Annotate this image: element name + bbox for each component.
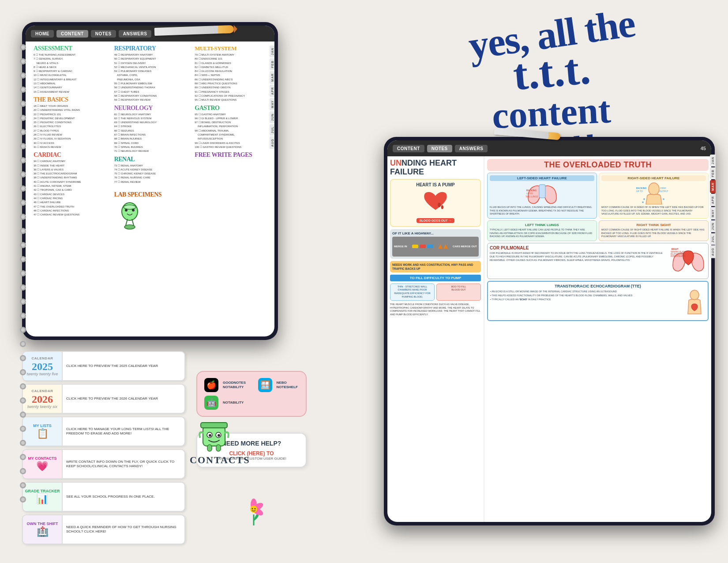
svg-point-22	[438, 202, 441, 207]
svg-text:HYPERTROPHY: HYPERTROPHY	[671, 255, 686, 257]
month-mar-left[interactable]: MAR	[270, 71, 274, 84]
spiral-5	[20, 101, 26, 107]
month-feb-left[interactable]: FEB	[270, 58, 274, 70]
month-mar-right[interactable]: MAR	[710, 180, 716, 193]
android-app-logo: 🤖	[204, 396, 218, 410]
month-jul-right[interactable]: JUL	[710, 233, 716, 245]
app-goodnotes-row: 🍎 GOODNOTES NOTABILITY 🪟 NEBO NOTESHELF	[204, 378, 299, 392]
section-title-renal: RENAL	[114, 156, 191, 163]
chf-right-column: THE OVERLOADED TRUTH LEFT-SIDED HEART FA…	[484, 156, 711, 522]
month-feb-right[interactable]: FEB	[710, 167, 716, 179]
cor-text: COR PULMONALE IS RIGHT-SIDED HF SECONDAR…	[490, 252, 668, 262]
year-2025-sub: twenty twenty five	[26, 372, 58, 376]
windows-app-logo: 🪟	[258, 378, 272, 392]
month-jan-left[interactable]: JAN	[270, 45, 274, 57]
nav-home[interactable]: HOME	[31, 30, 54, 38]
spiral-29	[20, 440, 26, 446]
nav-content[interactable]: CONTENT	[56, 30, 88, 38]
month-apr-right[interactable]: APR	[710, 194, 716, 206]
app-android-row: 🤖 NOTABILITY	[204, 396, 299, 410]
notability-label: NOTABILITY	[223, 401, 244, 405]
calendar-2025-card[interactable]: CALENDAR 2025 twenty twenty five CLICK H…	[22, 351, 185, 381]
right-hf-body-visual: BACKING UP TO HIGH OUTPUT	[601, 182, 706, 204]
month-may-left[interactable]: MAY	[270, 98, 274, 110]
spiral-19	[20, 299, 26, 305]
svg-point-23	[441, 205, 443, 209]
cone-2	[443, 244, 448, 249]
highway-intro: OF IT LIKE A HIGHWAY...	[392, 231, 479, 235]
month-tabs-right: JAN FEB MAR APR MAY JUN JUL AUG	[710, 155, 716, 258]
month-aug-right[interactable]: AUG	[710, 246, 716, 258]
grade-tracker-icon: GRADE TRACKER 📊	[23, 483, 63, 511]
nav-notes[interactable]: NOTES	[91, 30, 116, 38]
month-jul-left[interactable]: JUL	[270, 124, 274, 136]
svg-point-1	[124, 205, 136, 209]
cor-title: COR PULMONALE	[490, 246, 668, 250]
echo-point-1: • AN ECHO IS A STILL OR MOVING IMAGE OF …	[490, 290, 681, 294]
spiral-7	[20, 129, 26, 135]
car-1	[412, 245, 418, 248]
svg-text:BACKING: BACKING	[526, 189, 537, 192]
apps-compatibility-box: 🍎 GOODNOTES NOTABILITY 🪟 NEBO NOTESHELF …	[196, 371, 307, 417]
handwritten-line2: t.t.t.	[511, 46, 592, 97]
year-2025-label: 2025	[26, 361, 58, 372]
month-may-right[interactable]: MAY	[710, 207, 716, 219]
nav-right-content[interactable]: CONTENT	[393, 145, 424, 152]
heart-pump-box: HEART IS A PUMP BLOOD GOES OUT →	[390, 179, 481, 227]
month-jun-left[interactable]: JUN	[270, 111, 274, 123]
chambers-right: BOO TO FILLBLOOD OUT	[436, 283, 481, 301]
svg-point-19	[218, 434, 220, 437]
renal-items: 73 ☐ RENAL ANATOMY 74 ☐ ACUTE KIDNEY DIS…	[114, 164, 191, 184]
neurology-items: 61 ☐ NEUROLOGY ANATOMY 62 ☐ THE NERVOUS …	[114, 113, 191, 154]
hf-types-row: LEFT-SIDED HEART FAILURE BACKING UP TO T…	[487, 173, 709, 219]
own-the-shift-icon: OWN THE SHIFT 🏥	[23, 515, 63, 544]
car-2	[420, 245, 426, 248]
spiral-13	[20, 214, 26, 220]
month-jan-right[interactable]: JAN	[710, 155, 716, 166]
nebo-label: NEBO NOTESHELF	[277, 381, 299, 390]
respiratory-items: 49 ☐ RESPIRATORY ANATOMY 50 ☐ RESPIRATOR…	[114, 53, 191, 102]
left-hf-text: FLUID BACKS UP INTO THE LUNGS, CAUSING W…	[490, 206, 594, 216]
month-apr-left[interactable]: APR	[270, 85, 274, 97]
feature-cards-container: CALENDAR 2025 twenty twenty five CLICK H…	[22, 351, 185, 547]
overloaded-truth-title: THE OVERLOADED TRUTH	[487, 159, 709, 171]
spiral-11	[20, 185, 26, 192]
own-the-shift-title: OWN THE SHIFT	[27, 521, 58, 526]
grade-tracker-card[interactable]: GRADE TRACKER 📊 SEE ALL YOUR SCHOOL PROG…	[22, 482, 185, 512]
echo-point-3: • TYPICALLY CALLED AN 'ECHO' IN DAILY PR…	[490, 298, 681, 302]
toc-col-3: MULTI-SYSTEM 79 ☐ MULTI-SYSTEM ANATOMY 8…	[195, 45, 272, 334]
my-lists-card[interactable]: MY LISTS 📋 CLICK HERE TO MANAGE YOUR LON…	[22, 416, 185, 446]
own-the-shift-card[interactable]: OWN THE SHIFT 🏥 NEED A QUICK REMINDER OF…	[22, 514, 185, 544]
nav-right-answers[interactable]: ANSWERS	[455, 145, 488, 152]
assessment-items: 6 ☐ THE NURSING ASSESSMENT 7 ☐ GENERAL S…	[34, 53, 111, 94]
calendar-2026-card[interactable]: CALENDAR 2026 twenty twenty six CLICK HE…	[22, 384, 185, 414]
svg-text:UP TO: UP TO	[526, 192, 533, 195]
nav-answers[interactable]: ANSWERS	[119, 30, 152, 38]
my-contacts-card[interactable]: MY CONTACTS 💗 WRITE CONTACT INFO DOWN ON…	[22, 449, 185, 479]
spiral-17	[20, 270, 26, 276]
month-jun-right[interactable]: JUN	[710, 220, 716, 232]
page-number: 45	[701, 146, 706, 151]
svg-text:RIGHT: RIGHT	[672, 248, 679, 250]
blood-out-label: BLOOD GOES OUT →	[417, 218, 454, 223]
echo-body-visual	[683, 290, 705, 318]
section-title-multisystem: MULTI-SYSTEM	[195, 45, 272, 52]
calendar-2026-text: CLICK HERE TO PREVIEW THE 2026 CALENDAR …	[63, 385, 161, 413]
chf-definition: THE HEART MUSCLE FROM CONDITIONS SUCH AS…	[390, 303, 481, 317]
my-lists-desc: CLICK HERE TO MANAGE YOUR LONG TERM LIST…	[66, 427, 181, 436]
right-hf-box: RIGHT-SIDED HEART FAILURE BACKING UP TO …	[599, 173, 709, 219]
month-aug-left[interactable]: AUG	[270, 136, 274, 149]
echo-point-2: • THIS HELPS ASSESS FUNCTIONALITY OR PRO…	[490, 294, 681, 298]
spiral-18	[20, 284, 26, 291]
chf-title-highlight: UN	[390, 159, 402, 167]
section-title-assessment: ASSESSMENT	[34, 45, 111, 52]
my-contacts-icon: MY CONTACTS 💗	[23, 450, 63, 478]
cor-visual: RIGHT VENTRICULAR DILATION AND HYPERTROP…	[671, 246, 706, 276]
grade-tracker-desc: SEE ALL YOUR SCHOOL PROGRESS IN ONE PLAC…	[66, 495, 155, 499]
spiral-24	[20, 369, 26, 375]
my-contacts-text: WRITE CONTACT INFO DOWN ON THE FLY, OR Q…	[63, 450, 184, 478]
section-title-gastro: GASTRO	[195, 105, 272, 112]
left-think-text: TYPICALLY, LEFT-SIDED HEART FAILURE CAN …	[490, 228, 594, 238]
nav-right-notes[interactable]: NOTES	[427, 145, 452, 152]
grade-tracker-title: GRADE TRACKER	[25, 489, 60, 493]
